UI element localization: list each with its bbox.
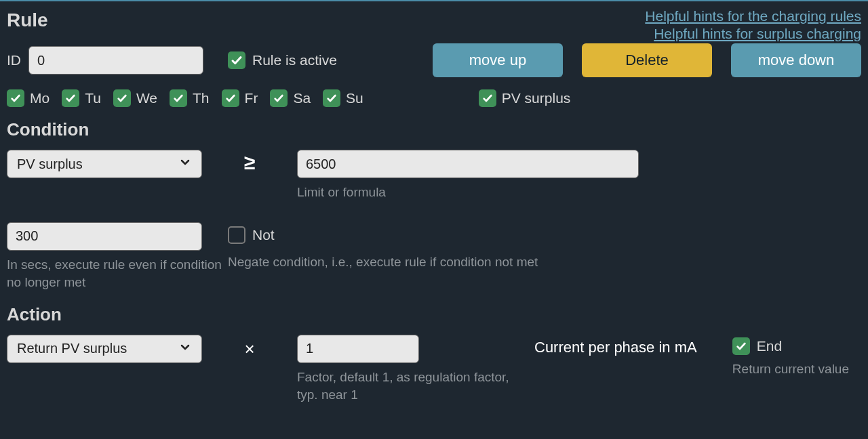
check-icon — [270, 89, 288, 107]
day-sa-checkbox[interactable]: Sa — [270, 89, 311, 107]
day-th-checkbox[interactable]: Th — [170, 89, 210, 107]
condition-limit-input[interactable] — [297, 150, 639, 178]
end-label: End — [757, 338, 782, 354]
condition-limit-help: Limit or formula — [297, 184, 639, 202]
end-help: Return current value — [732, 360, 849, 379]
chevron-down-icon — [178, 340, 192, 357]
check-icon — [113, 89, 131, 107]
delete-button[interactable]: Delete — [582, 43, 712, 77]
day-we-checkbox[interactable]: We — [113, 89, 157, 107]
check-icon — [228, 51, 245, 69]
move-up-button[interactable]: move up — [433, 43, 563, 77]
condition-select-value: PV surplus — [17, 156, 83, 172]
day-fr-checkbox[interactable]: Fr — [222, 89, 258, 107]
rule-active-label: Rule is active — [252, 52, 337, 68]
not-help: Negate condition, i.e., execute rule if … — [228, 253, 538, 272]
action-select[interactable]: Return PV surplus — [7, 335, 202, 363]
hint-surplus-charging-link[interactable]: Helpful hints for surplus charging — [645, 26, 861, 42]
current-per-phase-label: Current per phase in mA — [534, 335, 697, 356]
pv-surplus-checkbox[interactable]: PV surplus — [479, 89, 571, 107]
factor-input[interactable] — [297, 335, 419, 363]
end-checkbox[interactable]: End — [732, 337, 782, 355]
check-icon — [62, 89, 79, 107]
check-icon — [222, 89, 239, 107]
multiply-symbol: × — [202, 335, 297, 360]
check-icon — [732, 337, 750, 355]
action-select-value: Return PV surplus — [17, 341, 127, 356]
day-sa-label: Sa — [293, 90, 311, 106]
id-input[interactable] — [28, 46, 203, 75]
checkbox-empty-icon — [228, 226, 245, 244]
day-su-label: Su — [346, 90, 363, 106]
day-fr-label: Fr — [245, 90, 258, 106]
condition-heading: Condition — [7, 119, 861, 140]
check-icon — [7, 89, 24, 107]
check-icon — [323, 89, 340, 107]
day-tu-label: Tu — [85, 90, 101, 106]
condition-secs-help: In secs, execute rule even if condition … — [7, 256, 228, 292]
check-icon — [170, 89, 187, 107]
day-mo-label: Mo — [30, 90, 50, 106]
chevron-down-icon — [178, 156, 192, 173]
check-icon — [479, 89, 496, 107]
day-mo-checkbox[interactable]: Mo — [7, 89, 50, 107]
day-su-checkbox[interactable]: Su — [323, 89, 363, 107]
condition-secs-input[interactable] — [7, 222, 202, 251]
move-down-button[interactable]: move down — [731, 43, 861, 77]
condition-select[interactable]: PV surplus — [7, 150, 202, 178]
pv-surplus-label: PV surplus — [502, 90, 571, 106]
not-label: Not — [252, 227, 275, 243]
action-heading: Action — [7, 304, 861, 325]
hint-charging-rules-link[interactable]: Helpful hints for the charging rules — [645, 8, 861, 24]
day-we-label: We — [136, 90, 157, 106]
id-label: ID — [7, 52, 28, 68]
rule-active-checkbox[interactable]: Rule is active — [228, 51, 337, 69]
day-tu-checkbox[interactable]: Tu — [62, 89, 101, 107]
page-title: Rule — [7, 9, 48, 31]
day-th-label: Th — [193, 90, 210, 106]
condition-operator: ≥ — [202, 150, 297, 174]
factor-help: Factor, default 1, as regulation factor,… — [297, 369, 514, 404]
not-checkbox[interactable]: Not — [228, 226, 521, 244]
